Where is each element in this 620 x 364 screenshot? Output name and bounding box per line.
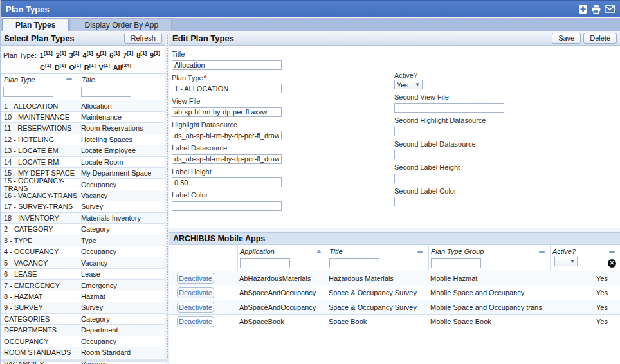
column-header-active[interactable]: Active? xyxy=(550,245,620,255)
add-icon[interactable] xyxy=(578,5,588,14)
index-link[interactable]: C[1] xyxy=(40,60,51,73)
mail-icon[interactable] xyxy=(605,5,615,13)
column-header-application[interactable]: Application xyxy=(237,245,327,255)
clear-filter-icon[interactable]: ✕ xyxy=(608,259,616,268)
index-link[interactable]: 5[1] xyxy=(96,48,106,60)
table-row[interactable]: 15 - OCCUPANCY-TRANS Occupancy xyxy=(1,179,165,190)
index-link[interactable]: All[24] xyxy=(113,60,131,73)
column-header-plan-type[interactable]: Plan Type xyxy=(1,74,78,85)
active-select[interactable]: Yes ▼ xyxy=(394,80,423,89)
deactivate-button[interactable]: Deactivate xyxy=(177,273,214,284)
index-link[interactable]: O[1] xyxy=(69,60,80,73)
refresh-button[interactable]: Refresh xyxy=(124,33,162,44)
field-input[interactable] xyxy=(172,201,282,211)
column-header-title[interactable]: Title xyxy=(327,245,428,255)
table-row[interactable]: 1 - ALLOCATION Allocation xyxy=(1,100,165,111)
index-link[interactable]: 9[1] xyxy=(150,48,160,60)
horizontal-splitter[interactable] xyxy=(169,228,620,232)
index-link[interactable]: 8[1] xyxy=(136,48,147,60)
table-row[interactable]: 14 - LOCATE RM Locate Room xyxy=(1,157,165,168)
field-input[interactable] xyxy=(394,150,504,159)
field-input[interactable] xyxy=(172,177,282,187)
table-row[interactable]: 18 - INVENTORY Materials Inventory xyxy=(1,213,165,224)
field-label: Second Label Color xyxy=(394,187,504,196)
field-label: View File xyxy=(172,97,282,105)
filter-pill-icon[interactable] xyxy=(609,251,615,253)
table-row[interactable]: 7 - EMERGENCY Emergency xyxy=(1,280,165,291)
index-link[interactable]: 4[1] xyxy=(83,48,93,60)
plan-type-cell: OCCUPANCY xyxy=(1,338,78,345)
tab-display-order-by-app[interactable]: Display Order By App xyxy=(71,18,172,31)
deactivate-button[interactable]: Deactivate xyxy=(177,302,214,313)
title-filter-input[interactable] xyxy=(81,87,131,97)
table-row[interactable]: 13 - LOCATE EM Locate Employee xyxy=(1,145,165,156)
column-header-title[interactable]: Title xyxy=(78,74,165,85)
plan-type-cell: 10 - MAINTENANCE xyxy=(1,113,78,121)
field-input[interactable] xyxy=(172,154,282,164)
index-link[interactable]: 3[1] xyxy=(69,48,80,60)
plan-type-group-filter-input[interactable] xyxy=(431,258,481,268)
field-input[interactable] xyxy=(172,107,282,117)
index-link[interactable]: 1[11] xyxy=(40,48,53,60)
tab-plan-types[interactable]: Plan Types xyxy=(2,18,69,31)
table-row[interactable]: 8 - HAZMAT Hazmat xyxy=(1,291,165,302)
table-row[interactable]: 11 - RESERVATIONS Room Reservations xyxy=(1,123,165,134)
select-plan-types-panel: Select Plan Types Refresh Plan Type:1[11… xyxy=(1,31,165,364)
title-cell: Emergency xyxy=(78,282,165,289)
active-cell: Yes xyxy=(550,289,620,296)
table-row[interactable]: DEPARTMENTS Department xyxy=(1,325,165,336)
table-row[interactable]: ROOM STANDARDS Room Standard xyxy=(1,347,165,358)
column-header-plan-type-group[interactable]: Plan Type Group xyxy=(428,245,550,255)
index-link[interactable]: V[1] xyxy=(99,60,110,73)
filter-pill-icon[interactable] xyxy=(539,251,545,253)
field-label: Highlight Datasource xyxy=(172,121,282,129)
title-cell: Category xyxy=(78,225,165,233)
left-grid-scroll-strip[interactable] xyxy=(1,359,165,362)
index-link[interactable]: 2[1] xyxy=(56,48,66,60)
field-input[interactable] xyxy=(172,60,282,70)
title-filter-input[interactable] xyxy=(329,258,379,268)
filter-pill-icon[interactable] xyxy=(417,251,423,253)
table-row[interactable]: 12 - HOTELING Hoteling Spaces xyxy=(1,134,165,145)
field-label: Label Height xyxy=(172,168,282,176)
table-row[interactable]: CATEGORIES Category xyxy=(1,314,165,325)
active-cell: Yes xyxy=(550,318,620,325)
delete-button[interactable]: Delete xyxy=(583,33,617,44)
title-cell: Lease xyxy=(78,270,165,278)
table-row[interactable]: 10 - MAINTENANCE Maintenance xyxy=(1,112,165,123)
plan-type-cell: 14 - LOCATE RM xyxy=(1,158,78,166)
field-input[interactable] xyxy=(172,131,282,140)
field-input[interactable] xyxy=(394,174,504,183)
table-row[interactable]: OCCUPANCY Occupancy xyxy=(1,336,165,347)
field-label: Active? xyxy=(394,71,504,80)
index-link[interactable]: 6[1] xyxy=(109,48,120,60)
plan-type-cell: ROOM STANDARDS xyxy=(1,349,78,356)
deactivate-button[interactable]: Deactivate xyxy=(177,316,214,327)
field-input[interactable] xyxy=(394,127,504,136)
field-input[interactable] xyxy=(394,103,504,113)
field-input[interactable] xyxy=(172,84,282,93)
deactivate-button[interactable]: Deactivate xyxy=(177,287,214,298)
table-row[interactable]: 17 - SURVEY-TRANS Survey xyxy=(1,201,165,212)
field-input[interactable] xyxy=(394,197,504,206)
table-row[interactable]: 3 - TYPE Type xyxy=(1,235,165,246)
table-row[interactable]: 9 - SURVEY Survey xyxy=(1,302,165,313)
plan-type-filter-input[interactable] xyxy=(3,87,53,97)
index-link[interactable]: 7[1] xyxy=(123,48,133,60)
table-row[interactable]: 16 - VACANCY-TRANS Vacancy xyxy=(1,190,165,201)
save-button[interactable]: Save xyxy=(552,33,581,44)
index-link[interactable]: R[1] xyxy=(84,60,96,73)
table-row[interactable]: 2 - CATEGORY Category xyxy=(1,224,165,235)
active-filter-select[interactable]: ▼ xyxy=(554,257,578,266)
application-filter-input[interactable] xyxy=(240,258,290,268)
plan-type-group-cell: Mobile Hazmat xyxy=(428,275,550,282)
table-row[interactable]: 6 - LEASE Lease xyxy=(1,269,165,280)
field-label: Second Label Height xyxy=(394,163,504,172)
index-link[interactable]: D[1] xyxy=(55,60,66,73)
print-icon[interactable] xyxy=(591,5,601,14)
filter-pill-icon[interactable] xyxy=(66,78,72,80)
table-row[interactable]: 4 - OCCUPANCY Occupancy xyxy=(1,246,165,257)
table-row[interactable]: 5 - VACANCY Vacancy xyxy=(1,257,165,268)
title-cell: Vacancy xyxy=(78,259,165,267)
mobile-apps-table-header: Application Title Plan Type Group Active… xyxy=(169,245,620,271)
